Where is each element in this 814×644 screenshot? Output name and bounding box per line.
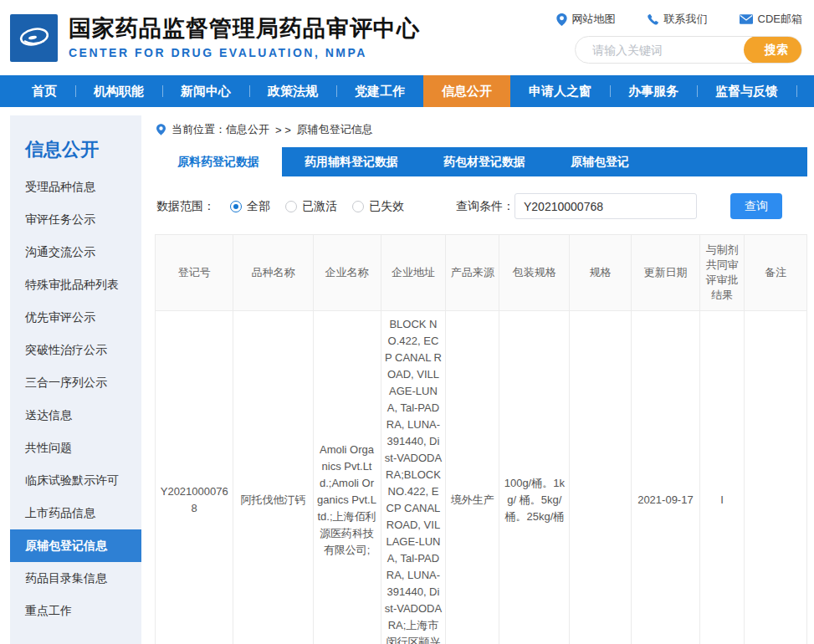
col-source: 产品来源	[446, 235, 499, 311]
scope-option-all-label: 全部	[247, 199, 270, 214]
sidebar-item-common-issues[interactable]: 共性问题	[10, 432, 141, 464]
scope-label: 数据范围：	[156, 199, 215, 214]
table-row: Y20210000768 阿托伐他汀钙 Amoli Organics Pvt.L…	[156, 311, 807, 644]
site-title-cn: 国家药品监督管理局药品审评中心	[69, 16, 420, 42]
breadcrumb-arrows: > >	[275, 124, 291, 136]
col-product-name: 品种名称	[233, 235, 313, 311]
radio-unselected-icon	[352, 201, 364, 212]
sidebar-title: 信息公开	[10, 130, 141, 171]
cell-spec	[570, 311, 631, 644]
breadcrumb-current[interactable]: 原辅包登记信息	[297, 122, 373, 137]
sidebar-item-priority-review[interactable]: 优先审评公示	[10, 301, 141, 334]
col-company: 企业名称	[313, 235, 381, 311]
scope-option-activated-label: 已激活	[302, 199, 337, 214]
site-search-button[interactable]: 搜索	[744, 36, 802, 64]
sidebar-item-review-tasks[interactable]: 审评任务公示	[10, 203, 141, 236]
top-links: 网站地图 联系我们 CDE邮箱	[556, 12, 802, 27]
nav-item-services[interactable]: 办事服务	[610, 75, 697, 107]
main-nav: 首页 机构职能 新闻中心 政策法规 党建工作 信息公开 申请人之窗 办事服务 监…	[0, 75, 814, 107]
scope-radio-activated[interactable]: 已激活	[285, 199, 337, 214]
registration-table: 登记号 品种名称 企业名称 企业地址 产品来源 包装规格 规格 更新日期 与制剂…	[155, 234, 807, 644]
nav-item-home[interactable]: 首页	[13, 75, 75, 107]
sidebar-item-marketed-drugs[interactable]: 上市药品信息	[10, 497, 141, 529]
scope-option-expired-label: 已失效	[369, 199, 404, 214]
col-reg-no: 登记号	[156, 235, 233, 311]
cell-update-date: 2021-09-17	[631, 311, 700, 644]
query-button[interactable]: 查询	[730, 193, 782, 219]
sidebar-item-key-work[interactable]: 重点工作	[10, 595, 141, 627]
table-header-row: 登记号 品种名称 企业名称 企业地址 产品来源 包装规格 规格 更新日期 与制剂…	[156, 235, 807, 311]
nav-item-functions[interactable]: 机构职能	[75, 75, 162, 107]
cde-mail-label: CDE邮箱	[758, 12, 802, 27]
col-spec: 规格	[570, 235, 631, 311]
tab-raw-excipient-package[interactable]: 原辅包登记	[548, 147, 652, 176]
tab-excipient-registration[interactable]: 药用辅料登记数据	[282, 147, 421, 176]
breadcrumb: 当前位置：信息公开 > > 原辅包登记信息	[155, 115, 807, 147]
site-title-en: CENTER FOR DRUG EVALUATION, NMPA	[69, 46, 420, 59]
col-update-date: 更新日期	[631, 235, 700, 311]
cell-packaging: 100g/桶。1kg/ 桶。5kg/桶。25kg/桶	[499, 311, 570, 644]
cde-logo	[10, 14, 58, 62]
col-approval-result: 与制剂共同审评审批结果	[700, 235, 745, 311]
query-label: 查询条件：	[456, 199, 515, 214]
sidebar: 信息公开 受理品种信息 审评任务公示 沟通交流公示 特殊审批品种列表 优先审评公…	[10, 115, 141, 644]
nav-item-registration-platform[interactable]: 登记备案平台	[796, 75, 814, 107]
breadcrumb-location: 当前位置：信息公开	[172, 122, 269, 137]
location-pin-icon	[156, 124, 166, 135]
logo-swoosh-icon	[16, 19, 53, 56]
scope-radio-all[interactable]: 全部	[230, 199, 270, 214]
sidebar-item-special-approval-list[interactable]: 特殊审批品种列表	[10, 268, 141, 301]
tab-packaging-registration[interactable]: 药包材登记数据	[421, 147, 548, 176]
sitemap-link[interactable]: 网站地图	[556, 12, 616, 27]
map-pin-icon	[556, 13, 567, 26]
mail-icon	[740, 14, 753, 24]
site-header: 国家药品监督管理局药品审评中心 CENTER FOR DRUG EVALUATI…	[0, 0, 814, 75]
site-titles: 国家药品监督管理局药品审评中心 CENTER FOR DRUG EVALUATI…	[69, 16, 420, 59]
cde-mail-link[interactable]: CDE邮箱	[740, 12, 802, 27]
site-search-input[interactable]	[592, 43, 744, 57]
nav-item-applicant-window[interactable]: 申请人之窗	[510, 75, 610, 107]
sidebar-item-breakthrough-therapy[interactable]: 突破性治疗公示	[10, 334, 141, 366]
cell-address: BLOCK NO.422, ECP CANAL ROAD, VILLAGE-LU…	[381, 311, 446, 644]
cell-reg-no: Y20210000768	[156, 311, 233, 644]
col-packaging: 包装规格	[499, 235, 570, 311]
sidebar-item-accepted-varieties[interactable]: 受理品种信息	[10, 171, 141, 203]
nav-item-info-disclosure[interactable]: 信息公开	[423, 75, 510, 107]
tab-api-registration[interactable]: 原料药登记数据	[155, 147, 282, 176]
cell-company: Amoli Organics Pvt.Ltd.;Amoli Organics P…	[313, 311, 381, 644]
data-tabs: 原料药登记数据 药用辅料登记数据 药包材登记数据 原辅包登记	[155, 147, 807, 176]
contact-link[interactable]: 联系我们	[648, 12, 708, 27]
contact-label: 联系我们	[664, 12, 708, 27]
cell-remark	[745, 311, 807, 644]
col-address: 企业地址	[381, 235, 446, 311]
radio-unselected-icon	[285, 201, 297, 212]
sidebar-item-three-in-one-sequence[interactable]: 三合一序列公示	[10, 366, 141, 399]
sidebar-item-raw-excipient-package-registration[interactable]: 原辅包登记信息	[10, 529, 141, 562]
radio-selected-icon	[230, 201, 242, 212]
nav-item-news[interactable]: 新闻中心	[162, 75, 249, 107]
phone-icon	[648, 13, 659, 25]
site-search: 搜索	[575, 36, 802, 64]
sidebar-item-clinical-trial-license[interactable]: 临床试验默示许可	[10, 464, 141, 497]
cell-product-name: 阿托伐他汀钙	[233, 311, 313, 644]
query-input[interactable]	[515, 193, 697, 219]
scope-radio-expired[interactable]: 已失效	[352, 199, 404, 214]
col-remark: 备注	[745, 235, 807, 311]
cell-approval-result: I	[700, 311, 745, 644]
cell-source: 境外生产	[446, 311, 499, 644]
sidebar-item-delivery-info[interactable]: 送达信息	[10, 399, 141, 432]
sitemap-label: 网站地图	[572, 12, 616, 27]
nav-item-party-building[interactable]: 党建工作	[336, 75, 423, 107]
filter-bar: 数据范围： 全部 已激活 已失效 查询条件： 查询	[155, 176, 807, 234]
sidebar-item-communication[interactable]: 沟通交流公示	[10, 236, 141, 268]
nav-item-policy[interactable]: 政策法规	[249, 75, 336, 107]
sidebar-item-drug-catalog[interactable]: 药品目录集信息	[10, 562, 141, 595]
nav-item-supervision-feedback[interactable]: 监督与反馈	[697, 75, 796, 107]
